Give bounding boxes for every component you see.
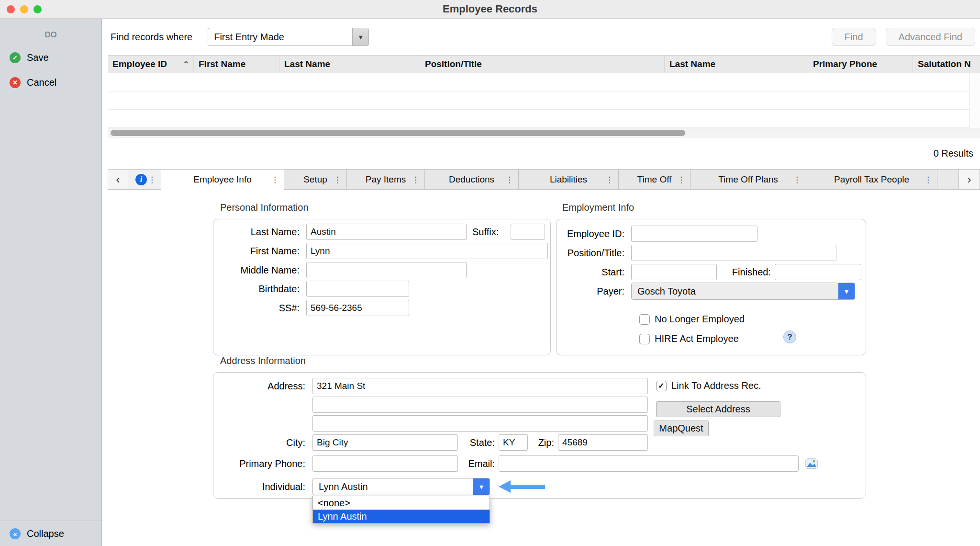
tab-menu-icon[interactable]: ⋮ xyxy=(412,174,420,184)
tab-time-off[interactable]: Time Off ⋮ xyxy=(619,170,690,190)
birthdate-input[interactable] xyxy=(306,281,409,297)
save-check-icon: ✓ xyxy=(10,52,21,63)
horizontal-scrollbar-thumb[interactable] xyxy=(111,130,685,136)
window-title: Employee Records xyxy=(0,3,980,15)
email-input[interactable] xyxy=(499,455,799,472)
table-header-row: Employee ID ⌃ First Name Last Name Posit… xyxy=(108,55,980,73)
position-title-input[interactable] xyxy=(631,245,836,261)
tab-menu-icon[interactable]: ⋮ xyxy=(924,174,932,184)
tab-menu-icon[interactable]: ⋮ xyxy=(505,174,513,184)
tab-pay-items[interactable]: Pay Items ⋮ xyxy=(347,170,425,190)
email-icon[interactable] xyxy=(805,457,818,470)
employment-info-box: Employee ID: Position/Title: Start: Fini… xyxy=(556,219,866,355)
dropdown-chevron-icon[interactable]: ▾ xyxy=(838,283,855,299)
chevron-left-icon: ‹ xyxy=(116,173,120,186)
tab-info[interactable]: i ⋮ xyxy=(128,170,161,190)
column-header-last-name[interactable]: Last Name xyxy=(279,56,420,73)
middle-name-input[interactable] xyxy=(306,262,467,278)
suffix-input[interactable] xyxy=(511,224,545,240)
collapse-button[interactable]: « Collapse xyxy=(0,521,101,546)
zip-input[interactable] xyxy=(558,434,648,451)
tab-menu-icon[interactable]: ⋮ xyxy=(793,174,801,184)
column-header-last-name-2[interactable]: Last Name xyxy=(665,56,808,73)
primary-phone-input[interactable] xyxy=(312,455,458,472)
cancel-button[interactable]: ✕ Cancel xyxy=(0,75,101,90)
select-address-button[interactable]: Select Address xyxy=(656,401,780,417)
horizontal-scrollbar xyxy=(108,128,980,137)
hire-act-checkbox[interactable] xyxy=(639,334,650,344)
table-row xyxy=(108,73,980,91)
employee-id-input[interactable] xyxy=(631,226,757,242)
payer-dropdown[interactable]: Gosch Toyota ▾ xyxy=(631,283,855,300)
dropdown-option-lynn-austin[interactable]: Lynn Austin xyxy=(313,510,490,523)
dropdown-chevron-icon[interactable]: ▾ xyxy=(473,478,490,495)
column-header-salutation[interactable]: Salutation N xyxy=(913,56,980,73)
vertical-scrollbar-track xyxy=(969,73,980,128)
individual-dropdown[interactable]: Lynn Austin ▾ xyxy=(312,478,490,495)
save-label: Save xyxy=(27,52,49,63)
tab-liabilities[interactable]: Liabilities ⋮ xyxy=(519,170,619,190)
find-criteria-dropdown[interactable]: First Entry Made ▾ xyxy=(208,28,369,46)
tab-time-off-plans[interactable]: Time Off Plans ⋮ xyxy=(690,170,806,190)
main-content: Find records where First Entry Made ▾ Fi… xyxy=(102,19,980,546)
collapse-label: Collapse xyxy=(27,528,64,539)
tab-menu-icon[interactable]: ⋮ xyxy=(271,174,279,184)
column-header-employee-id[interactable]: Employee ID ⌃ xyxy=(108,56,194,73)
state-input[interactable] xyxy=(499,434,528,451)
address-line1-input[interactable] xyxy=(312,378,648,394)
info-icon: i xyxy=(135,174,147,185)
zip-label: Zip: xyxy=(528,437,558,448)
tab-scroll-left-button[interactable]: ‹ xyxy=(108,170,128,190)
save-button[interactable]: ✓ Save xyxy=(0,50,101,65)
tab-setup[interactable]: Setup ⋮ xyxy=(284,170,347,190)
city-input[interactable] xyxy=(312,434,458,451)
tab-employee-info[interactable]: Employee Info ⋮ xyxy=(161,170,284,190)
sort-ascending-icon: ⌃ xyxy=(183,59,189,69)
dropdown-option-none[interactable]: <none> xyxy=(313,496,490,510)
address-information-title: Address Information xyxy=(220,355,306,366)
tab-menu-icon[interactable]: ⋮ xyxy=(605,174,613,184)
pointer-arrow xyxy=(499,480,545,493)
address-line2-input[interactable] xyxy=(312,397,648,413)
address-info-box: Address: ✓ Link To Address Rec. Select A… xyxy=(213,372,866,499)
advanced-find-button[interactable]: Advanced Find xyxy=(886,28,975,46)
tab-scroll-right-button[interactable]: › xyxy=(959,170,980,190)
hire-act-label: HIRE Act Employee xyxy=(655,333,739,344)
column-header-position-title[interactable]: Position/Title xyxy=(420,56,665,73)
dropdown-chevron-icon[interactable]: ▾ xyxy=(352,28,368,46)
ssn-input[interactable] xyxy=(306,300,409,316)
column-header-first-name[interactable]: First Name xyxy=(194,56,279,73)
tab-deductions[interactable]: Deductions ⋮ xyxy=(425,170,519,190)
city-label: City: xyxy=(213,437,311,448)
tab-payroll-tax-people[interactable]: Payroll Tax People ⋮ xyxy=(806,170,937,190)
tab-bar-filler xyxy=(937,170,959,190)
tab-menu-icon[interactable]: ⋮ xyxy=(677,174,685,184)
position-title-label: Position/Title: xyxy=(557,248,629,259)
find-button[interactable]: Find xyxy=(832,28,876,46)
collapse-icon: « xyxy=(10,528,21,539)
finished-input[interactable] xyxy=(775,264,861,280)
no-longer-employed-checkbox[interactable] xyxy=(639,314,650,325)
first-name-input[interactable] xyxy=(306,243,548,259)
start-input[interactable] xyxy=(631,264,717,280)
mapquest-button[interactable]: MapQuest xyxy=(654,421,709,436)
suffix-label: Suffix: xyxy=(472,227,501,238)
arrow-tail xyxy=(511,485,545,489)
column-header-primary-phone[interactable]: Primary Phone xyxy=(808,56,913,73)
address-line3-input[interactable] xyxy=(312,415,648,432)
middle-name-label: Middle Name: xyxy=(213,265,304,276)
close-window-button[interactable] xyxy=(7,5,15,13)
tab-menu-icon[interactable]: ⋮ xyxy=(148,174,156,184)
link-to-address-checkbox[interactable]: ✓ xyxy=(656,381,667,391)
individual-label: Individual: xyxy=(213,481,311,492)
ssn-label: SS#: xyxy=(213,303,304,314)
tab-menu-icon[interactable]: ⋮ xyxy=(334,174,342,184)
individual-value: Lynn Austin xyxy=(313,481,473,492)
form-area: Personal Information Last Name: Suffix: … xyxy=(102,190,980,546)
last-name-input[interactable] xyxy=(306,224,467,240)
state-label: State: xyxy=(458,437,499,448)
find-records-where-label: Find records where xyxy=(111,32,192,43)
minimize-window-button[interactable] xyxy=(20,5,28,13)
zoom-window-button[interactable] xyxy=(33,5,42,13)
help-icon[interactable]: ? xyxy=(783,330,796,343)
